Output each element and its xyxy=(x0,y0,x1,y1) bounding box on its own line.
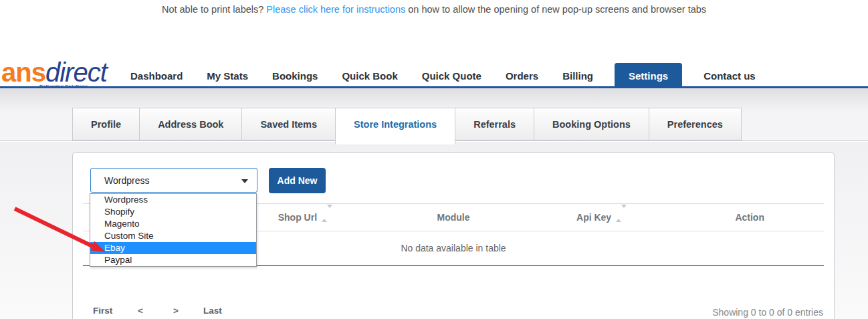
logo-text-orange: ans xyxy=(1,58,45,87)
nav-item-my-stats[interactable]: My Stats xyxy=(195,70,260,82)
pagination-prev-icon[interactable]: < xyxy=(138,306,143,316)
main-nav: Dashboard My Stats Bookings Quick Book Q… xyxy=(118,62,768,90)
sort-icon[interactable] xyxy=(616,208,627,219)
tab-address-book[interactable]: Address Book xyxy=(139,108,242,140)
dropdown-option-ebay[interactable]: Ebay xyxy=(90,242,256,254)
tab-profile[interactable]: Profile xyxy=(72,108,140,140)
dropdown-option-wordpress[interactable]: Wordpress xyxy=(90,194,256,206)
nav-item-quick-quote[interactable]: Quick Quote xyxy=(410,70,494,82)
banner-text-before: Not able to print labels? xyxy=(162,4,266,15)
pagination-next-icon[interactable]: > xyxy=(173,306,179,316)
platform-select[interactable]: Wordpress xyxy=(90,168,257,193)
banner-text-after: on how to allow the opening of new pop-u… xyxy=(405,4,706,15)
nav-item-contact-us[interactable]: Contact us xyxy=(691,70,768,82)
dropdown-option-custom-site[interactable]: Custom Site xyxy=(90,230,256,242)
column-header-module: Module xyxy=(379,212,528,223)
platform-dropdown-list: Wordpress Shopify Magento Custom Site Eb… xyxy=(90,193,257,267)
column-header-action: Action xyxy=(675,212,824,223)
platform-select-value: Wordpress xyxy=(104,175,149,186)
tab-store-integrations[interactable]: Store Integrations xyxy=(335,108,455,144)
instructions-link[interactable]: Please click here for instructions xyxy=(266,4,405,15)
dropdown-option-magento[interactable]: Magento xyxy=(90,218,256,230)
nav-item-orders[interactable]: Orders xyxy=(494,70,550,82)
sort-icon[interactable] xyxy=(322,208,332,219)
add-new-button[interactable]: Add New xyxy=(269,168,326,193)
chevron-down-icon xyxy=(241,179,248,183)
dropdown-option-paypal[interactable]: Paypal xyxy=(90,254,256,266)
logo-text-blue: direct xyxy=(45,58,107,87)
entries-summary: Showing 0 to 0 of 0 entries xyxy=(712,307,823,318)
settings-tab-band: Profile Address Book Saved Items Store I… xyxy=(0,88,868,141)
pagination-first[interactable]: First xyxy=(93,306,112,316)
nav-item-settings[interactable]: Settings xyxy=(615,63,682,89)
tab-preferences[interactable]: Preferences xyxy=(649,108,742,140)
popup-help-banner: Not able to print labels? Please click h… xyxy=(0,0,868,20)
column-header-api-key[interactable]: Api Key xyxy=(528,212,676,223)
pagination-last[interactable]: Last xyxy=(203,306,222,316)
company-logo[interactable]: ansdirect Delivering Solutions xyxy=(1,58,102,90)
nav-item-billing[interactable]: Billing xyxy=(550,70,605,82)
site-header: ansdirect Delivering Solutions Dashboard… xyxy=(0,20,868,87)
nav-item-quick-book[interactable]: Quick Book xyxy=(330,70,409,82)
dropdown-option-shopify[interactable]: Shopify xyxy=(90,206,256,218)
nav-item-dashboard[interactable]: Dashboard xyxy=(118,70,195,82)
tab-referrals[interactable]: Referrals xyxy=(455,108,534,140)
tab-saved-items[interactable]: Saved Items xyxy=(241,108,336,140)
nav-item-bookings[interactable]: Bookings xyxy=(260,70,330,82)
settings-tabs: Profile Address Book Saved Items Store I… xyxy=(72,108,741,144)
tab-booking-options[interactable]: Booking Options xyxy=(534,108,649,140)
